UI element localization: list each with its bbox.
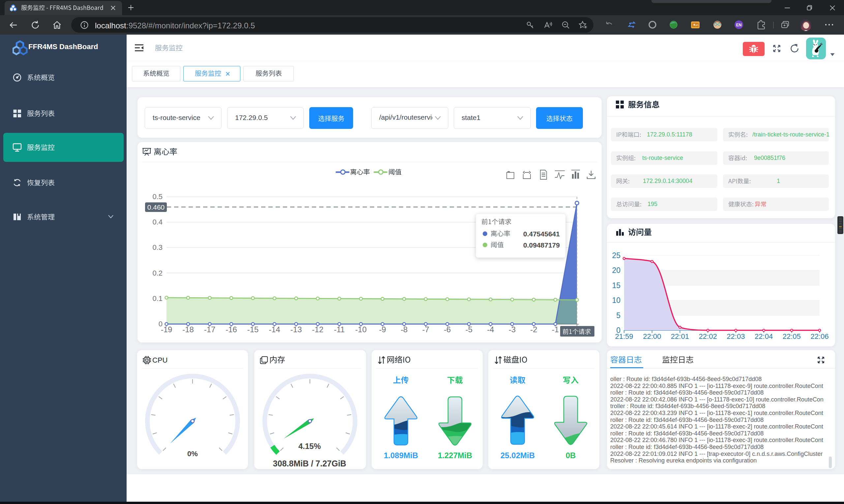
svg-text:-15: -15: [247, 325, 259, 334]
svg-text:0.5: 0.5: [152, 193, 163, 201]
svg-text:0.3: 0.3: [152, 243, 163, 252]
svg-text:EN: EN: [736, 23, 742, 28]
svg-text:-8: -8: [400, 325, 408, 334]
svg-text:-6: -6: [444, 325, 451, 334]
svg-text:-2: -2: [530, 325, 537, 334]
svg-text:-16: -16: [226, 325, 237, 334]
svg-text:-13: -13: [290, 325, 302, 334]
svg-text:22:05: 22:05: [783, 332, 801, 341]
svg-text:-7: -7: [422, 325, 429, 334]
svg-text:22:04: 22:04: [755, 332, 773, 341]
svg-text:-19: -19: [161, 325, 173, 334]
svg-text:-12: -12: [312, 325, 323, 334]
svg-text:5: 5: [616, 311, 621, 320]
svg-text:0.4: 0.4: [152, 218, 163, 226]
svg-text:-11: -11: [334, 325, 345, 334]
svg-text:0.1: 0.1: [152, 294, 163, 303]
svg-text:-1: -1: [552, 325, 559, 334]
svg-text:22:01: 22:01: [671, 332, 689, 341]
svg-text:10: 10: [612, 296, 621, 305]
svg-text:-17: -17: [204, 325, 216, 334]
svg-text:22:02: 22:02: [699, 332, 717, 341]
svg-text:0.2: 0.2: [152, 269, 163, 277]
svg-text:-3: -3: [509, 325, 516, 334]
svg-text:25: 25: [612, 251, 621, 260]
svg-text:22:00: 22:00: [643, 332, 661, 341]
svg-text:-5: -5: [466, 325, 472, 334]
svg-text:-14: -14: [269, 325, 280, 334]
svg-text:-9: -9: [379, 325, 386, 334]
svg-text:-18: -18: [182, 325, 194, 334]
svg-text:20: 20: [612, 266, 621, 274]
svg-text:15: 15: [612, 281, 621, 290]
svg-text:21:59: 21:59: [615, 332, 633, 341]
svg-text:-10: -10: [355, 325, 366, 334]
svg-text:0.460: 0.460: [147, 203, 165, 211]
svg-text:22:03: 22:03: [726, 332, 745, 341]
svg-text:-4: -4: [487, 325, 494, 334]
svg-text:22:06: 22:06: [810, 332, 828, 341]
